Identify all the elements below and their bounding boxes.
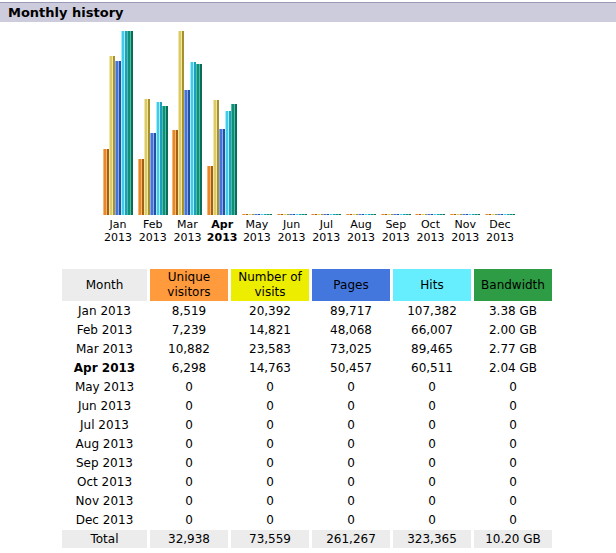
bar-bandwidth-apr-2013 (231, 104, 237, 215)
month-label-sep-2013: Sep2013 (380, 218, 412, 244)
month-label-jun-2013: Jun2013 (276, 218, 308, 244)
month-cell: Mar 2013 (62, 340, 147, 358)
pages-cell: 0 (312, 511, 390, 529)
table-row-mar-2013: Mar 201310,88223,58373,02589,4652.77 GB (62, 340, 552, 358)
bar-bandwidth-mar-2013 (196, 64, 202, 215)
month-cell: Apr 2013 (62, 359, 147, 377)
number-of-visits-cell: 20,392 (231, 302, 309, 320)
month-label-apr-2013: Apr2013 (206, 218, 238, 244)
bar-bandwidth-may-2013 (266, 214, 272, 215)
hits-cell: 107,382 (393, 302, 471, 320)
table-row-dec-2013: Dec 201300000 (62, 511, 552, 529)
unique-visitors-cell: 0 (150, 397, 228, 415)
chart-month-labels: Jan2013Feb2013Mar2013Apr2013May2013Jun20… (103, 218, 515, 244)
month-label-jan-2013: Jan2013 (102, 218, 134, 244)
month-cell: Jul 2013 (62, 416, 147, 434)
month-cell: Oct 2013 (62, 473, 147, 491)
section-title-bar: Monthly history (0, 2, 616, 22)
pages-cell: 0 (312, 397, 390, 415)
bar-bandwidth-feb-2013 (162, 106, 168, 215)
number-of-visits-cell: 0 (231, 511, 309, 529)
number-of-visits-cell: 0 (231, 473, 309, 491)
month-label-aug-2013: Aug2013 (345, 218, 377, 244)
unique-visitors-cell: 7,239 (150, 321, 228, 339)
column-header-hits: Hits (393, 269, 471, 301)
number-of-visits-cell: 14,821 (231, 321, 309, 339)
unique-visitors-cell: 0 (150, 511, 228, 529)
bandwidth-cell: 0 (474, 511, 552, 529)
bar-group-dec-2013 (485, 31, 515, 215)
unique-visitors-cell: 0 (150, 416, 228, 434)
month-label-jul-2013: Jul2013 (310, 218, 342, 244)
number-of-visits-cell: 0 (231, 397, 309, 415)
month-cell: Nov 2013 (62, 492, 147, 510)
unique-visitors-cell: 6,298 (150, 359, 228, 377)
month-cell: Aug 2013 (62, 435, 147, 453)
bandwidth-cell: 2.04 GB (474, 359, 552, 377)
month-cell: Dec 2013 (62, 511, 147, 529)
bandwidth-cell: 3.38 GB (474, 302, 552, 320)
bandwidth-cell: 0 (474, 378, 552, 396)
bar-bandwidth-oct-2013 (439, 214, 445, 215)
unique-visitors-cell: 0 (150, 473, 228, 491)
total-pages-cell: 261,267 (312, 530, 390, 548)
unique-visitors-cell: 8,519 (150, 302, 228, 320)
pages-cell: 48,068 (312, 321, 390, 339)
unique-visitors-cell: 0 (150, 435, 228, 453)
pages-cell: 0 (312, 378, 390, 396)
bar-bandwidth-jun-2013 (301, 214, 307, 215)
table-row-jan-2013: Jan 20138,51920,39289,717107,3823.38 GB (62, 302, 552, 320)
table-row-may-2013: May 201300000 (62, 378, 552, 396)
total-unique-visitors-cell: 32,938 (150, 530, 228, 548)
table-total-row: Total32,93873,559261,267323,36510.20 GB (62, 530, 552, 548)
bar-group-aug-2013 (346, 31, 376, 215)
hits-cell: 0 (393, 492, 471, 510)
bar-group-jul-2013 (311, 31, 341, 215)
pages-cell: 0 (312, 492, 390, 510)
monthly-history-table: MonthUnique visitorsNumber of visitsPage… (59, 268, 555, 549)
bandwidth-cell: 2.77 GB (474, 340, 552, 358)
bar-bandwidth-aug-2013 (370, 214, 376, 215)
month-label-oct-2013: Oct2013 (414, 218, 446, 244)
bar-group-jan-2013 (103, 31, 133, 215)
table-row-apr-2013: Apr 20136,29814,76350,45760,5112.04 GB (62, 359, 552, 377)
month-label-feb-2013: Feb2013 (137, 218, 169, 244)
total-hits-cell: 323,365 (393, 530, 471, 548)
hits-cell: 0 (393, 473, 471, 491)
chart-bars-area (103, 31, 515, 215)
bar-bandwidth-sep-2013 (405, 214, 411, 215)
total-number-of-visits-cell: 73,559 (231, 530, 309, 548)
month-cell: Feb 2013 (62, 321, 147, 339)
bar-group-feb-2013 (138, 31, 168, 215)
unique-visitors-cell: 10,882 (150, 340, 228, 358)
unique-visitors-cell: 0 (150, 454, 228, 472)
pages-cell: 0 (312, 435, 390, 453)
hits-cell: 0 (393, 378, 471, 396)
bar-group-may-2013 (242, 31, 272, 215)
unique-visitors-cell: 0 (150, 492, 228, 510)
month-cell: Sep 2013 (62, 454, 147, 472)
bar-bandwidth-dec-2013 (509, 214, 515, 215)
table-row-nov-2013: Nov 201300000 (62, 492, 552, 510)
column-header-unique-visitors: Unique visitors (150, 269, 228, 301)
pages-cell: 0 (312, 416, 390, 434)
table-row-jul-2013: Jul 201300000 (62, 416, 552, 434)
hits-cell: 0 (393, 511, 471, 529)
number-of-visits-cell: 14,763 (231, 359, 309, 377)
bandwidth-cell: 0 (474, 492, 552, 510)
unique-visitors-cell: 0 (150, 378, 228, 396)
bar-bandwidth-jan-2013 (127, 31, 133, 215)
table-row-feb-2013: Feb 20137,23914,82148,06866,0072.00 GB (62, 321, 552, 339)
column-header-month: Month (62, 269, 147, 301)
pages-cell: 0 (312, 454, 390, 472)
monthly-history-chart: Jan2013Feb2013Mar2013Apr2013May2013Jun20… (103, 31, 515, 244)
table-row-oct-2013: Oct 201300000 (62, 473, 552, 491)
table-row-sep-2013: Sep 201300000 (62, 454, 552, 472)
bar-group-nov-2013 (450, 31, 480, 215)
hits-cell: 0 (393, 435, 471, 453)
month-label-dec-2013: Dec2013 (484, 218, 516, 244)
hits-cell: 60,511 (393, 359, 471, 377)
pages-cell: 50,457 (312, 359, 390, 377)
table-header-row: MonthUnique visitorsNumber of visitsPage… (62, 269, 552, 301)
bandwidth-cell: 0 (474, 454, 552, 472)
